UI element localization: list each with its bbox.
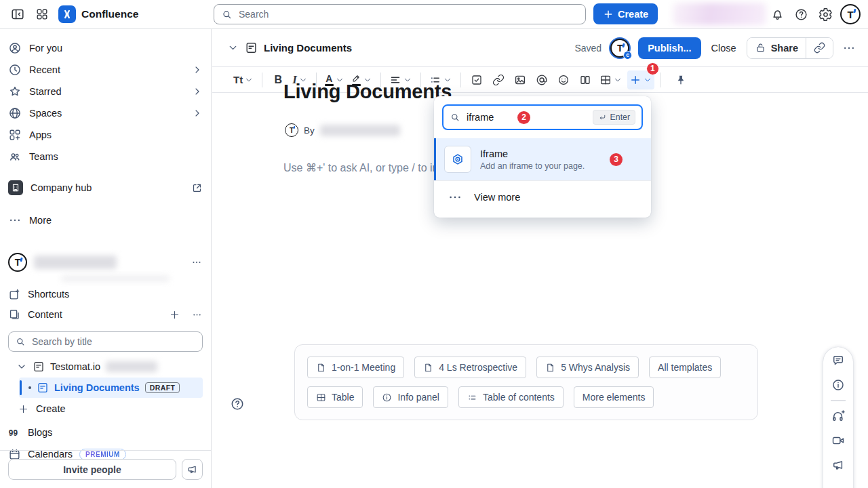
- insert-table-chip[interactable]: Table: [307, 386, 363, 408]
- close-button[interactable]: Close: [710, 43, 738, 54]
- search-icon: [450, 112, 460, 123]
- unlock-icon: [755, 42, 766, 54]
- text-styles-button[interactable]: Tt: [231, 70, 256, 89]
- avatar-tick-mark: [20, 258, 22, 262]
- task-list-button[interactable]: [467, 70, 486, 89]
- insert-elements-button[interactable]: 1: [627, 70, 654, 89]
- publish-button[interactable]: Publish...: [638, 37, 701, 59]
- template-1on1-meeting[interactable]: 1-on-1 Meeting: [307, 357, 404, 378]
- sidebar-item-spaces[interactable]: Spaces: [0, 102, 211, 124]
- sidebar-blogs[interactable]: 99 Blogs: [0, 422, 211, 443]
- view-more-menu-item[interactable]: View more: [434, 181, 651, 214]
- invite-people-button[interactable]: Invite people: [8, 459, 176, 480]
- search-icon: [15, 336, 26, 347]
- announcements-button[interactable]: [831, 458, 845, 472]
- sidebar-shortcuts[interactable]: Shortcuts: [0, 284, 211, 304]
- sidebar-content[interactable]: Content: [0, 304, 211, 325]
- video-button[interactable]: [831, 434, 845, 447]
- chevron-right-icon: [192, 64, 203, 75]
- global-search[interactable]: [214, 4, 586, 24]
- global-search-input[interactable]: [237, 8, 578, 20]
- page-header: Living Documents Saved T c Publish... Cl…: [212, 29, 868, 66]
- template-row-1: 1-on-1 Meeting 4 Ls Retrospective 5 Whys…: [307, 357, 745, 378]
- content-more-button[interactable]: [191, 309, 203, 321]
- space-header[interactable]: T: [0, 249, 211, 276]
- megaphone-icon: [186, 464, 198, 475]
- insert-toc-chip[interactable]: Table of contents: [458, 386, 564, 408]
- bold-label: B: [274, 74, 282, 86]
- details-button[interactable]: [831, 378, 845, 392]
- share-button[interactable]: Share: [747, 38, 806, 58]
- insert-info-panel-chip[interactable]: Info panel: [373, 386, 448, 408]
- sidebar-footer: Invite people: [0, 450, 211, 488]
- copy-link-button[interactable]: [806, 38, 833, 58]
- sidebar-item-apps[interactable]: Apps: [0, 124, 211, 146]
- sidebar-item-recent[interactable]: Recent: [0, 59, 211, 81]
- text-styles-label: Tt: [233, 74, 243, 85]
- audio-button[interactable]: [831, 409, 845, 423]
- comment-icon: [831, 354, 845, 367]
- account-avatar[interactable]: T: [840, 0, 861, 28]
- tree-item-testomat[interactable]: Testomat.io: [0, 357, 211, 376]
- sidebar-item-more[interactable]: More: [0, 209, 211, 231]
- chevron-right-icon: [192, 108, 203, 119]
- chip-label: 4 Ls Retrospective: [439, 362, 517, 373]
- insert-search-input[interactable]: [465, 111, 513, 123]
- iframe-menu-item[interactable]: Iframe Add an iframe to your page. 3: [434, 138, 651, 180]
- star-icon: [8, 85, 22, 98]
- link-icon: [814, 42, 825, 54]
- space-more-button[interactable]: [191, 256, 203, 268]
- redacted-topbar-text: [673, 3, 766, 25]
- step-badge-2: 2: [517, 111, 530, 124]
- chevron-down-icon: [643, 75, 652, 85]
- sidebar-item-for-you[interactable]: For you: [0, 37, 211, 59]
- template-4ls-retrospective[interactable]: 4 Ls Retrospective: [414, 357, 526, 378]
- sidebar-item-starred[interactable]: Starred: [0, 81, 211, 102]
- author-avatar: T: [285, 123, 298, 137]
- all-templates-button[interactable]: All templates: [649, 357, 721, 378]
- settings-button[interactable]: [815, 0, 835, 28]
- sidebar-item-label: Teams: [29, 151, 203, 162]
- page-more-button[interactable]: [842, 41, 856, 55]
- collab-badge: c: [623, 51, 632, 60]
- chip-label: Table: [332, 392, 354, 403]
- insert-search-field[interactable]: 2 Enter: [442, 104, 643, 130]
- chevron-down-icon: [613, 75, 623, 85]
- chip-label: 5 Whys Analysis: [561, 362, 630, 373]
- content-search-input[interactable]: [31, 336, 196, 348]
- insert-image-button[interactable]: [511, 70, 530, 89]
- template-5-whys-analysis[interactable]: 5 Whys Analysis: [536, 357, 639, 378]
- sidebar-item-label: Starred: [29, 86, 184, 97]
- collaborator-avatar[interactable]: T c: [610, 39, 629, 58]
- pin-toolbar-button[interactable]: [671, 70, 690, 89]
- sidebar-item-teams[interactable]: Teams: [0, 146, 211, 167]
- teams-icon: [8, 150, 22, 163]
- create-button[interactable]: Create: [593, 3, 658, 24]
- insert-link-button[interactable]: [489, 70, 508, 89]
- content-search[interactable]: [8, 331, 203, 352]
- editor-help-button[interactable]: [230, 396, 245, 411]
- app-switcher-button[interactable]: [31, 0, 53, 28]
- comments-button[interactable]: [831, 354, 845, 367]
- collapse-sidebar-button[interactable]: [7, 0, 28, 28]
- emoji-button[interactable]: [554, 70, 573, 89]
- redacted-author-name: [320, 125, 400, 136]
- mention-button[interactable]: [532, 70, 551, 89]
- tree-item-living-documents-selected[interactable]: Living Documents DRAFT: [19, 378, 203, 398]
- table-button[interactable]: [597, 70, 625, 89]
- page-collapse-chevron[interactable]: [227, 42, 239, 54]
- tree-create-button[interactable]: Create: [0, 399, 211, 418]
- chip-label: 1-on-1 Meeting: [332, 362, 395, 373]
- columns-icon: [579, 74, 591, 86]
- chevron-down-icon: [244, 75, 254, 85]
- layouts-button[interactable]: [576, 70, 595, 89]
- more-elements-button[interactable]: More elements: [574, 386, 654, 408]
- avatar-letter: T: [617, 43, 623, 54]
- content-add-button[interactable]: [169, 309, 180, 321]
- announcement-button[interactable]: [182, 459, 203, 480]
- help-button[interactable]: [791, 0, 811, 28]
- document-title[interactable]: Living Documents: [283, 81, 452, 103]
- sidebar-item-company-hub[interactable]: Company hub: [0, 177, 211, 199]
- confluence-home-link[interactable]: Confluence: [58, 0, 138, 28]
- notifications-button[interactable]: [767, 0, 787, 28]
